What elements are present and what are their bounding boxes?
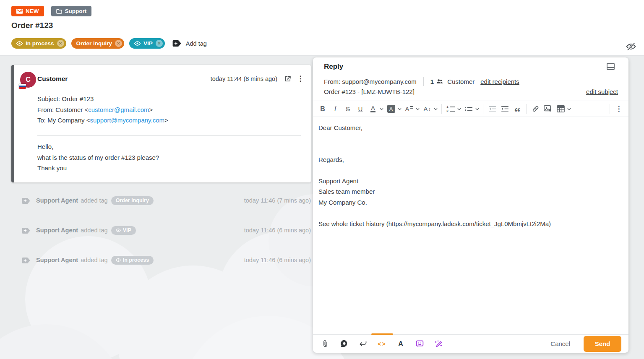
toolbar-separator	[526, 104, 527, 114]
font-size-button[interactable]: A↕	[422, 103, 433, 115]
page-title: Order #123	[11, 21, 53, 30]
edit-recipients-link[interactable]: edit recipients	[480, 78, 519, 85]
divider	[423, 77, 424, 86]
message-body: Hello, what is the status of my order #1…	[37, 141, 159, 174]
reply-title: Reply	[324, 62, 343, 71]
bold-button[interactable]: B	[317, 103, 328, 115]
add-tag-icon	[172, 40, 182, 47]
chatbot-button[interactable]	[415, 339, 425, 349]
toolbar-separator	[441, 104, 442, 114]
reply-from-row: From: support@mycompany.com 1 Customer e…	[324, 77, 519, 86]
strikethrough-button[interactable]: S	[342, 103, 353, 115]
remove-tag-icon[interactable]: ✕	[115, 40, 122, 47]
edit-subject-link[interactable]: edit subject	[586, 88, 618, 95]
message-author: Customer	[37, 75, 68, 83]
message-headers: Subject: Order #123 From: Customer <cust…	[37, 94, 168, 126]
eye-icon	[116, 258, 121, 263]
recipients-count: 1	[430, 78, 434, 85]
message-timestamp: today 11:44 (8 mins ago)	[211, 75, 277, 82]
reply-editor[interactable]: Dear Customer, Regards, Support Agent Sa…	[318, 122, 620, 229]
plain-text-button[interactable]: A	[396, 339, 406, 349]
send-button[interactable]: Send	[584, 336, 621, 352]
font-color-button[interactable]: A	[368, 103, 378, 115]
unwatch-ticket-button[interactable]	[626, 41, 636, 52]
tag-vip[interactable]: VIP ✕	[129, 38, 165, 49]
italic-button[interactable]: I	[330, 103, 341, 115]
tag-in-process[interactable]: In process ✕	[11, 38, 66, 49]
toolbar-separator	[483, 104, 483, 114]
folder-icon	[56, 9, 62, 14]
ai-assistant-button[interactable]	[433, 339, 443, 349]
eye-icon	[134, 40, 141, 47]
chevron-down-icon[interactable]	[457, 108, 461, 110]
add-tag-label: Add tag	[186, 40, 207, 47]
tag-label: VIP	[143, 40, 153, 47]
lines-icon	[410, 106, 413, 108]
envelope-icon	[16, 9, 23, 14]
attachment-button[interactable]	[320, 339, 330, 349]
remove-tag-icon[interactable]: ✕	[57, 40, 64, 47]
toolbar-separator	[610, 104, 610, 114]
tag-added-icon	[22, 198, 31, 204]
from-email-link[interactable]: customer@gmail.com	[88, 106, 149, 113]
active-tab-indicator	[371, 333, 393, 335]
badge-row: NEW Support	[11, 6, 91, 16]
toolbar-more-icon[interactable]: ⋮	[613, 103, 624, 115]
timeline-time: today 11:46 (7 mins ago)	[244, 197, 311, 204]
country-flag-slovakia	[19, 84, 26, 89]
reply-from-label: From:	[324, 78, 340, 85]
insert-image-button[interactable]	[542, 103, 553, 115]
reply-from-email[interactable]: support@mycompany.com	[342, 78, 417, 85]
to-email-link[interactable]: support@mycompany.com	[90, 117, 164, 124]
ticket-header: NEW Support Order #123 In process ✕ Orde…	[0, 0, 644, 56]
indent-button[interactable]	[499, 103, 510, 115]
timeline-time: today 11:46 (6 mins ago)	[244, 257, 311, 263]
timeline-time: today 11:46 (6 mins ago)	[244, 227, 311, 234]
tag-label: Order inquiry	[76, 40, 112, 47]
message-menu-icon[interactable]: ⋮	[297, 74, 304, 83]
timeline-action: added tag	[81, 227, 108, 234]
timeline-tag-pill: VIP	[111, 226, 136, 235]
underline-button[interactable]: U	[355, 103, 366, 115]
customer-message-card: C Customer today 11:44 (8 mins ago) ⋮ Su…	[11, 65, 311, 182]
tag-order-inquiry[interactable]: Order inquiry ✕	[71, 38, 125, 49]
collapse-panel-icon[interactable]	[607, 63, 615, 70]
font-family-button[interactable]: A	[404, 103, 415, 115]
reply-mode-button[interactable]	[358, 339, 368, 349]
chevron-down-icon[interactable]	[567, 108, 571, 110]
blockquote-button[interactable]: “	[512, 103, 523, 115]
message-to-line: To: My Company <support@mycompany.com>	[37, 115, 168, 126]
status-badge-label: NEW	[26, 8, 39, 14]
insert-link-button[interactable]	[530, 103, 541, 115]
chevron-down-icon[interactable]	[416, 108, 420, 110]
chevron-down-icon[interactable]	[475, 108, 479, 110]
insert-table-button[interactable]	[555, 103, 566, 115]
timeline-agent: Support Agent	[36, 257, 78, 263]
timeline-agent: Support Agent	[36, 227, 78, 234]
chevron-down-icon[interactable]	[434, 108, 438, 110]
open-in-new-icon[interactable]	[284, 75, 292, 83]
bullet-list-button[interactable]	[463, 103, 474, 115]
timeline-row: Support Agent added tag Order inquiry to…	[11, 195, 311, 206]
ticket-main-area: C Customer today 11:44 (8 mins ago) ⋮ Su…	[0, 56, 644, 359]
reply-subject: Order #123 - [LMZ-MJWTB-122]	[324, 88, 415, 95]
status-badge-new: NEW	[11, 6, 44, 16]
numbered-list-button[interactable]: 12	[445, 103, 456, 115]
add-tag-button[interactable]: Add tag	[172, 40, 207, 47]
tag-added-icon	[22, 227, 31, 234]
message-from-line: From: Customer <customer@gmail.com>	[37, 104, 168, 115]
remove-tag-icon[interactable]: ✕	[156, 40, 163, 47]
canned-message-button[interactable]	[339, 339, 349, 349]
recipient-name: Customer	[447, 78, 475, 85]
avatar-wrap: C	[20, 72, 37, 93]
background-color-button[interactable]: A	[386, 103, 396, 115]
cancel-button[interactable]: Cancel	[545, 337, 576, 351]
chevron-down-icon[interactable]	[380, 108, 383, 110]
message-divider	[37, 135, 301, 136]
department-button[interactable]: Support	[51, 6, 92, 16]
source-code-button[interactable]: <>	[377, 339, 387, 349]
outdent-button[interactable]	[487, 103, 498, 115]
timeline-action: added tag	[81, 197, 108, 204]
chevron-down-icon[interactable]	[398, 108, 402, 110]
timeline-tag-pill: In process	[111, 256, 154, 265]
